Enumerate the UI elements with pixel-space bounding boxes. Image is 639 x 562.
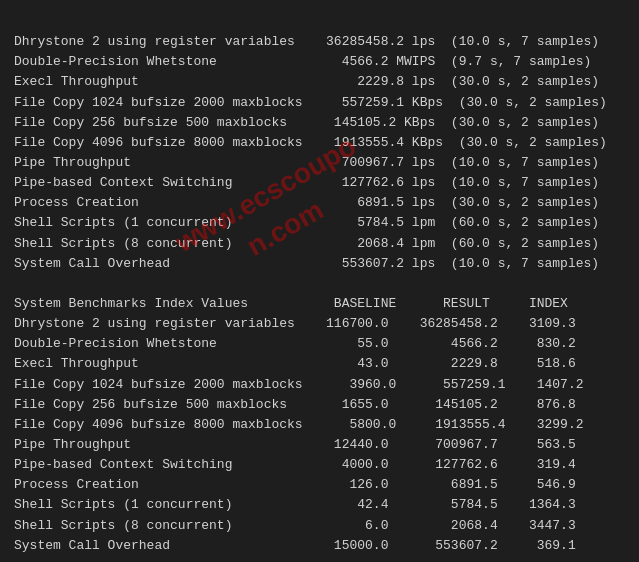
benchmark-row: File Copy 4096 bufsize 8000 maxblocks 19… — [14, 133, 625, 153]
index-row: Double-Precision Whetstone 55.0 4566.2 8… — [14, 334, 625, 354]
benchmark-section: Dhrystone 2 using register variables 362… — [14, 32, 625, 274]
benchmark-row: Process Creation 6891.5 lps (30.0 s, 2 s… — [14, 193, 625, 213]
benchmark-row: Shell Scripts (1 concurrent) 5784.5 lpm … — [14, 213, 625, 233]
index-row: Execl Throughput 43.0 2229.8 518.6 — [14, 354, 625, 374]
index-row: File Copy 1024 bufsize 2000 maxblocks 39… — [14, 375, 625, 395]
index-row: File Copy 4096 bufsize 8000 maxblocks 58… — [14, 415, 625, 435]
benchmark-output: www.ecscoupon.com Dhrystone 2 using regi… — [14, 12, 625, 562]
separator: ======== — [14, 556, 625, 562]
index-row: Shell Scripts (1 concurrent) 42.4 5784.5… — [14, 495, 625, 515]
index-header-row: System Benchmarks Index Values BASELINE … — [14, 294, 625, 314]
index-section: Dhrystone 2 using register variables 116… — [14, 314, 625, 556]
index-row: Pipe Throughput 12440.0 700967.7 563.5 — [14, 435, 625, 455]
benchmark-row: Pipe-based Context Switching 127762.6 lp… — [14, 173, 625, 193]
benchmark-row: System Call Overhead 553607.2 lps (10.0 … — [14, 254, 625, 274]
benchmark-row: Shell Scripts (8 concurrent) 2068.4 lpm … — [14, 234, 625, 254]
benchmark-row: Execl Throughput 2229.8 lps (30.0 s, 2 s… — [14, 72, 625, 92]
index-row: Process Creation 126.0 6891.5 546.9 — [14, 475, 625, 495]
index-row: System Call Overhead 15000.0 553607.2 36… — [14, 536, 625, 556]
index-row: Pipe-based Context Switching 4000.0 1277… — [14, 455, 625, 475]
benchmark-row: File Copy 1024 bufsize 2000 maxblocks 55… — [14, 93, 625, 113]
index-row: Shell Scripts (8 concurrent) 6.0 2068.4 … — [14, 516, 625, 536]
benchmark-row: Dhrystone 2 using register variables 362… — [14, 32, 625, 52]
index-row: File Copy 256 bufsize 500 maxblocks 1655… — [14, 395, 625, 415]
benchmark-row: File Copy 256 bufsize 500 maxblocks 1451… — [14, 113, 625, 133]
benchmark-row: Double-Precision Whetstone 4566.2 MWIPS … — [14, 52, 625, 72]
spacer2 — [14, 274, 625, 294]
spacer1 — [14, 12, 625, 32]
benchmark-row: Pipe Throughput 700967.7 lps (10.0 s, 7 … — [14, 153, 625, 173]
index-row: Dhrystone 2 using register variables 116… — [14, 314, 625, 334]
